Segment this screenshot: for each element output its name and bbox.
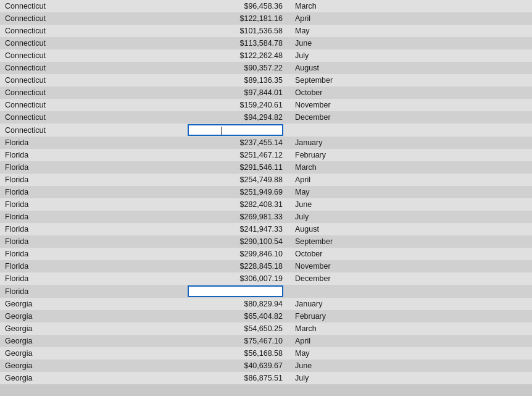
cell-state: Georgia [0,372,185,384]
cell-month: October [290,248,414,260]
cell-extra [414,49,532,62]
cell-state: Connecticut [0,111,185,124]
highlight-cell[interactable] [185,124,414,137]
table-row: Connecticut$122,181.16April [0,12,532,25]
cell-extra [414,186,532,198]
cell-state: Connecticut [0,86,185,99]
cell-month: July [290,49,414,62]
cell-state: Connecticut [0,49,185,62]
table-row: Florida$282,408.31June [0,198,532,211]
cell-extra [414,260,532,272]
cell-amount: $86,875.51 [185,372,290,384]
cell-amount: $80,829.94 [185,298,290,310]
cell-month: August [290,223,414,235]
cell-state: Connecticut [0,124,185,137]
cell-state: Connecticut [0,25,185,37]
cell-month: June [290,360,414,372]
table-row: Florida$291,546.11March [0,161,532,174]
table-row: Georgia$56,168.58May [0,347,532,360]
table-row: Florida$306,007.19December [0,272,532,285]
table-row: Georgia$86,875.51July [0,372,532,384]
table-row: Florida$237,455.14January [0,137,532,149]
cell-extra [414,223,532,235]
cell-extra [414,62,532,74]
cell-state: Georgia [0,298,185,310]
cell-extra [414,137,532,149]
cell-amount: $237,455.14 [185,137,290,149]
cell-state: Connecticut [0,12,185,25]
cell-extra [414,74,532,86]
cell-month: November [290,260,414,272]
table-row: Florida$241,947.33August [0,223,532,235]
cell-amount: $90,357.22 [185,62,290,74]
cell-amount: $282,408.31 [185,198,290,211]
cell-extra [414,235,532,248]
cell-extra [414,360,532,372]
cell-state: Connecticut [0,37,185,49]
table-row: Florida$290,100.54September [0,235,532,248]
cell-amount: $113,584.78 [185,37,290,49]
cell-extra [414,298,532,310]
table-row: Georgia$54,650.25March [0,322,532,335]
highlight-cell[interactable] [185,285,414,298]
cell-state: Florida [0,198,185,211]
cell-state: Florida [0,223,185,235]
cell-month: December [290,111,414,124]
cell-state: Georgia [0,335,185,347]
cell-extra [414,12,532,25]
cell-month: June [290,37,414,49]
cell-state: Georgia [0,347,185,360]
table-row: Connecticut$101,536.58May [0,25,532,37]
cell-state: Florida [0,137,185,149]
cell-extra [414,272,532,285]
cell-state: Florida [0,235,185,248]
cell-month: February [290,310,414,322]
cell-amount: $290,100.54 [185,235,290,248]
table-row: Connecticut$94,294.82December [0,111,532,124]
table-row: Georgia$40,639.67June [0,360,532,372]
cell-state: Florida [0,149,185,161]
cell-state: Florida [0,161,185,174]
cell-state: Georgia [0,322,185,335]
cell-month: November [290,99,414,111]
cell-state: Connecticut [0,0,185,12]
cell-month: March [290,161,414,174]
cell-amount: $251,949.69 [185,186,290,198]
cell-extra [414,37,532,49]
cell-amount: $122,181.16 [185,12,290,25]
cell-state: Florida [0,260,185,272]
data-table: Connecticut$96,458.36MarchConnecticut$12… [0,0,532,384]
cell-extra [414,149,532,161]
cell-month: October [290,86,414,99]
cell-amount: $159,240.61 [185,99,290,111]
cell-extra [414,310,532,322]
cell-amount: $54,650.25 [185,322,290,335]
cell-amount: $101,536.58 [185,25,290,37]
cell-month: February [290,149,414,161]
cell-amount: $122,262.48 [185,49,290,62]
table-row: Connecticut$89,136.35September [0,74,532,86]
cell-month: July [290,372,414,384]
cell-month: September [290,235,414,248]
table-row: Georgia$65,404.82February [0,310,532,322]
cell-extra [414,161,532,174]
table-container: Connecticut$96,458.36MarchConnecticut$12… [0,0,532,396]
cell-amount: $56,168.58 [185,347,290,360]
cell-state: Florida [0,186,185,198]
cell-amount: $94,294.82 [185,111,290,124]
cell-month: January [290,137,414,149]
cell-extra [414,111,532,124]
table-row: Connecticut$97,844.01October [0,86,532,99]
cell-extra [414,124,532,137]
table-row: Georgia$80,829.94January [0,298,532,310]
cell-extra [414,285,532,298]
table-row: Florida$228,845.18November [0,260,532,272]
cell-state: Georgia [0,360,185,372]
cell-month: April [290,335,414,347]
cell-amount: $65,404.82 [185,310,290,322]
cell-amount: $241,947.33 [185,223,290,235]
cell-month: August [290,62,414,74]
cell-extra [414,0,532,12]
cell-amount: $97,844.01 [185,86,290,99]
cell-amount: $269,981.33 [185,211,290,223]
